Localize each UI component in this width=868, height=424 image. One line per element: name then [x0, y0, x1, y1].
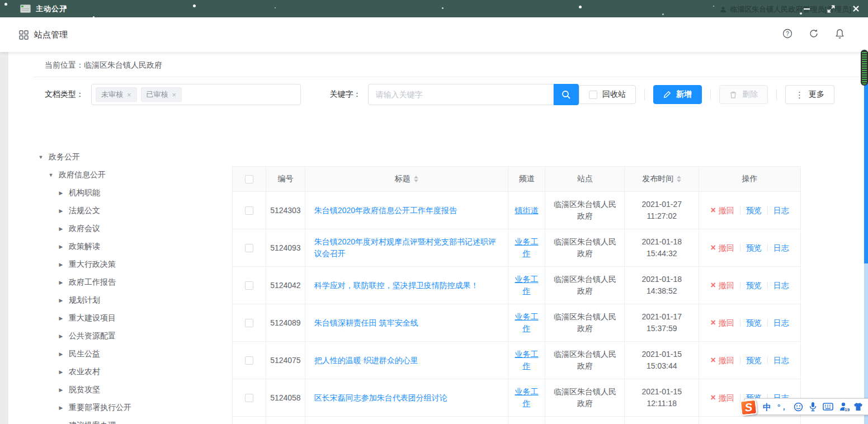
channel-link[interactable]: 业务工作 — [511, 311, 542, 335]
site-name: 临淄区朱台镇人民政府 — [545, 379, 625, 417]
tree-node-zhongyaobushuzhixinggongkai[interactable]: ▶重要部署执行公开 — [34, 399, 229, 417]
channel-link[interactable]: 业务工作 — [511, 236, 542, 260]
withdraw-button[interactable]: ×撤回 — [710, 205, 734, 216]
tree-node-zhengfuxinxigongkai[interactable]: ▼政府信息公开 — [34, 166, 229, 184]
caret-right-icon[interactable]: ▶ — [57, 226, 65, 232]
tree-node-zhengfugongzuobaogao[interactable]: ▶政府工作报告 — [34, 274, 229, 291]
preview-button[interactable]: 预览 — [746, 242, 762, 254]
preview-button[interactable]: 预览 — [746, 355, 762, 366]
snow-dot — [662, 13, 664, 15]
x-icon: × — [710, 206, 715, 215]
preview-button[interactable]: 预览 — [746, 317, 762, 329]
caret-right-icon[interactable]: ▶ — [57, 315, 65, 321]
sort-icon[interactable] — [414, 176, 418, 182]
log-button[interactable]: 日志 — [773, 242, 789, 254]
channel-link[interactable]: 业务工作 — [511, 348, 542, 372]
scrollbar-thumb[interactable] — [861, 50, 868, 86]
keyword-input[interactable] — [368, 84, 554, 105]
withdraw-button[interactable]: ×撤回 — [710, 317, 734, 329]
caret-right-icon[interactable]: ▶ — [57, 387, 65, 393]
site-name: 临淄区朱台镇人民政府 — [545, 229, 625, 267]
column-header-time[interactable]: 发布时间 — [625, 167, 699, 192]
doc-type-select[interactable]: 未审核 × 已审核 × — [91, 84, 301, 105]
tree-node-nongyenongcun[interactable]: ▶农业农村 — [34, 363, 229, 381]
tree-node-guihuajihua[interactable]: ▶规划计划 — [34, 291, 229, 309]
tree-node-zhongdajianshexiangmu[interactable]: ▶重大建设项目 — [34, 309, 229, 327]
maximize-button[interactable] — [819, 0, 843, 17]
search-button[interactable] — [554, 84, 579, 105]
sogou-logo-icon[interactable]: S — [740, 399, 758, 416]
remove-tag-icon[interactable]: × — [127, 91, 131, 99]
user-mode-icon[interactable]: 19 — [839, 402, 847, 411]
select-all-checkbox[interactable] — [245, 175, 253, 183]
caret-right-icon[interactable]: ▶ — [57, 262, 65, 267]
keyboard-icon[interactable] — [823, 403, 833, 411]
withdraw-button[interactable]: ×撤回 — [710, 280, 734, 291]
recycle-bin-button[interactable]: 回收站 — [579, 85, 636, 104]
tree-node-zhengcejiedu[interactable]: ▶政策解读 — [34, 238, 229, 256]
log-button[interactable]: 日志 — [773, 355, 789, 366]
publish-time: 2021-01-1515:03:44 — [625, 342, 699, 379]
tree-node-gonggongziyuanpeizhi[interactable]: ▶公共资源配置 — [34, 327, 229, 345]
remove-tag-icon[interactable]: × — [172, 91, 177, 99]
caret-right-icon[interactable]: ▶ — [57, 405, 65, 411]
doc-title-link[interactable]: 朱台镇2020年度对村观摩点评暨村党支部书记述职评议会召开 — [314, 236, 499, 260]
add-button[interactable]: 新增 — [653, 85, 702, 104]
caret-right-icon[interactable]: ▶ — [57, 333, 65, 339]
help-icon[interactable]: ? — [782, 29, 792, 41]
preview-button[interactable]: 预览 — [746, 280, 762, 291]
doc-title-link[interactable]: 朱台镇2020年政府信息公开工作年度报告 — [314, 205, 457, 216]
emoji-icon[interactable] — [794, 402, 803, 412]
row-checkbox[interactable] — [245, 394, 253, 402]
refresh-icon[interactable] — [809, 29, 819, 41]
caret-right-icon[interactable]: ▶ — [57, 208, 65, 214]
doc-title-link[interactable]: 朱台镇深耕责任田 筑牢安全线 — [314, 317, 418, 329]
recycle-checkbox[interactable] — [589, 91, 597, 99]
tree-node-tuopingongjian[interactable]: ▶脱贫攻坚 — [34, 381, 229, 399]
caret-right-icon[interactable]: ▶ — [57, 369, 65, 375]
channel-link[interactable]: 业务工作 — [511, 274, 542, 297]
row-checkbox[interactable] — [245, 356, 253, 365]
tree-node-faguigongwen[interactable]: ▶法规公文 — [34, 202, 229, 220]
row-checkbox[interactable] — [245, 319, 253, 327]
withdraw-button[interactable]: ×撤回 — [710, 355, 734, 366]
log-button[interactable]: 日志 — [773, 205, 789, 216]
caret-right-icon[interactable]: ▶ — [57, 298, 65, 303]
column-header-title[interactable]: 标题 — [305, 167, 508, 192]
preview-button[interactable]: 预览 — [746, 205, 762, 216]
channel-link[interactable]: 业务工作 — [511, 386, 542, 409]
caret-right-icon[interactable]: ▶ — [57, 351, 65, 357]
channel-link[interactable]: 镇街道 — [515, 205, 538, 216]
tree-node-minshenggongyi[interactable]: ▶民生公益 — [34, 345, 229, 363]
log-button[interactable]: 日志 — [773, 317, 789, 329]
caret-right-icon[interactable]: ▶ — [57, 190, 65, 196]
caret-down-icon[interactable]: ▼ — [37, 154, 45, 160]
withdraw-button[interactable]: ×撤回 — [710, 392, 734, 404]
caret-right-icon[interactable]: ▶ — [57, 280, 65, 285]
tree-node-zhongdaxingzhengjuece[interactable]: ▶重大行政决策 — [34, 256, 229, 274]
doc-title-link[interactable]: 区长宋磊同志参加朱台代表团分组讨论 — [314, 392, 447, 404]
tree-node-jigouzhineng[interactable]: ▶机构职能 — [34, 184, 229, 202]
caret-right-icon[interactable]: ▶ — [57, 244, 65, 249]
skin-shirt-icon[interactable] — [853, 402, 863, 411]
notification-bell-icon[interactable] — [835, 29, 845, 41]
delete-button[interactable]: 删除 — [719, 85, 768, 104]
tree-node-zhengwugongkai[interactable]: ▼政务公开 — [34, 148, 229, 166]
ime-language-mode[interactable]: 中 — [763, 403, 771, 411]
more-button[interactable]: ⋮ 更多 — [785, 85, 834, 104]
row-checkbox[interactable] — [245, 244, 253, 252]
row-checkbox[interactable] — [245, 206, 253, 215]
close-icon[interactable] — [843, 0, 868, 17]
doc-title-link[interactable]: 把人性的温暖 织进群众的心里 — [314, 355, 418, 366]
doc-title-link[interactable]: 科学应对，联防联控，坚决捍卫疫情防控成果！ — [314, 280, 479, 291]
sort-icon[interactable] — [677, 176, 681, 182]
withdraw-button[interactable]: ×撤回 — [710, 242, 734, 254]
log-button[interactable]: 日志 — [773, 280, 789, 291]
tree-node-jianyitianbanli[interactable]: ▶建议提案办理 — [34, 417, 229, 424]
ime-punctuation-toggle[interactable]: °， — [777, 403, 787, 411]
caret-down-icon[interactable]: ▼ — [47, 172, 55, 178]
minimize-button[interactable] — [794, 0, 819, 17]
microphone-icon[interactable] — [809, 402, 817, 412]
tree-node-zhengfuhuiyi[interactable]: ▶政府会议 — [34, 220, 229, 238]
row-checkbox[interactable] — [245, 281, 253, 290]
